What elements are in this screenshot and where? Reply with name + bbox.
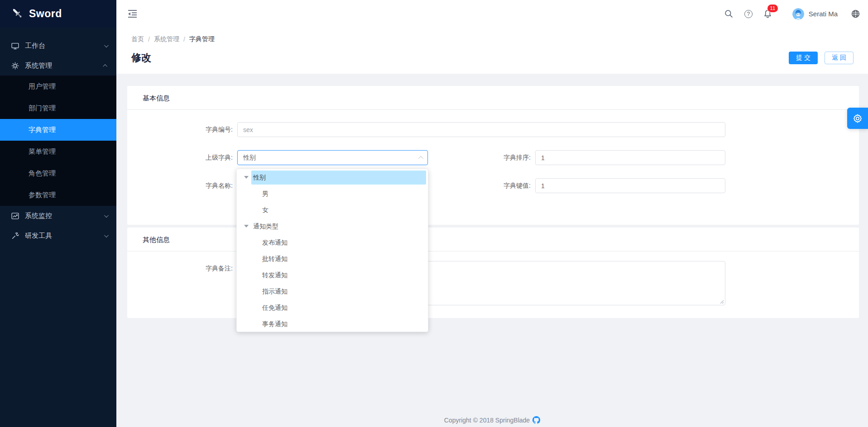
- tree-item-label: 批转通知: [260, 252, 426, 266]
- chevron-down-icon: [104, 233, 109, 237]
- sidebar-item-user-mgmt[interactable]: 用户管理: [0, 76, 116, 97]
- breadcrumb: 首页 / 系统管理 / 字典管理: [131, 35, 854, 44]
- sidebar-item-menu-mgmt[interactable]: 菜单管理: [0, 141, 116, 162]
- tree-item-approve-notice[interactable]: 批转通知: [237, 251, 428, 267]
- breadcrumb-home[interactable]: 首页: [131, 35, 144, 43]
- sidebar-item-role-mgmt[interactable]: 角色管理: [0, 162, 116, 184]
- page-header: 首页 / 系统管理 / 字典管理 修改 提 交 返 回: [116, 28, 868, 74]
- tree-item-label: 任免通知: [260, 301, 426, 315]
- breadcrumb-separator: /: [183, 36, 185, 43]
- tree-item-label: 发布通知: [260, 236, 426, 250]
- tree-item-label: 男: [260, 187, 426, 201]
- parent-dict-label: 上级字典:: [127, 154, 237, 162]
- resize-grip-icon[interactable]: [719, 299, 724, 304]
- title-row: 修改 提 交 返 回: [131, 52, 854, 64]
- chevron-up-icon: [418, 156, 423, 161]
- page-title: 修改: [131, 51, 151, 65]
- breadcrumb-separator: /: [148, 36, 150, 43]
- wrench-icon: [11, 232, 19, 240]
- dict-remark-label: 字典备注:: [127, 261, 237, 273]
- system-submenu: 用户管理 部门管理 字典管理 菜单管理 角色管理 参数管理: [0, 76, 116, 206]
- tree-item-label: 通知类型: [251, 219, 426, 233]
- parent-dict-select[interactable]: 性别: [237, 150, 428, 165]
- notification-bell-icon[interactable]: 11: [763, 9, 772, 19]
- form-row: 上级字典: 性别 字典排序:: [127, 150, 859, 165]
- topbar: ? 11: [116, 0, 868, 28]
- topbar-right: ? 11: [724, 8, 860, 20]
- parent-dict-dropdown: 性别 男 女 通知类型 发布通知 批转通知 转发通知 指示通知 任免通知 事务通…: [236, 169, 428, 332]
- sidebar-item-param-mgmt[interactable]: 参数管理: [0, 184, 116, 206]
- sidebar-item-system-monitor[interactable]: 系统监控: [0, 206, 116, 226]
- page-actions: 提 交 返 回: [789, 52, 854, 64]
- dict-key-item: 字典键值:: [428, 178, 725, 193]
- sidebar-item-system-mgmt[interactable]: 系统管理: [0, 56, 116, 76]
- breadcrumb-dict-mgmt: 字典管理: [189, 35, 215, 43]
- sidebar-item-dev-tools[interactable]: 研发工具: [0, 226, 116, 246]
- sidebar-item-dept-mgmt[interactable]: 部门管理: [0, 97, 116, 119]
- sidebar-item-dict-mgmt[interactable]: 字典管理: [0, 119, 116, 141]
- sidebar-item-label: 系统管理: [25, 62, 52, 70]
- sword-icon: [11, 7, 24, 21]
- caret-down-icon[interactable]: [244, 225, 251, 228]
- sidebar-item-label: 研发工具: [25, 232, 52, 240]
- theme-settings-button[interactable]: [847, 108, 868, 129]
- card-title: 基本信息: [127, 86, 859, 110]
- sidebar-item-label: 工作台: [25, 42, 45, 50]
- help-icon[interactable]: ?: [744, 10, 753, 18]
- parent-dict-item: 上级字典: 性别: [127, 150, 428, 165]
- breadcrumb-system-mgmt[interactable]: 系统管理: [154, 35, 179, 43]
- main-area: ? 11: [116, 0, 868, 427]
- sidebar-item-workbench[interactable]: 工作台: [0, 36, 116, 56]
- app-root: Sword 工作台 系统管理 用户管理 部门管理: [0, 0, 868, 427]
- content: 基本信息 字典编号: 上级字典: 性别: [116, 74, 868, 427]
- chevron-down-icon: [104, 213, 109, 218]
- menu-fold-icon[interactable]: [128, 9, 137, 18]
- tree-item-forward-notice[interactable]: 转发通知: [237, 267, 428, 283]
- chevron-up-icon: [103, 64, 107, 68]
- tree-item-label: 性别: [251, 171, 426, 185]
- tree-item-sex[interactable]: 性别: [237, 169, 428, 185]
- dict-sort-label: 字典排序:: [428, 154, 535, 162]
- github-icon[interactable]: [532, 416, 540, 424]
- form-row: 字典编号:: [127, 122, 859, 137]
- search-icon[interactable]: [724, 9, 733, 18]
- tree-item-affair-notice[interactable]: 事务通知: [237, 316, 428, 332]
- footer: Copyright © 2018 SpringBlade: [116, 416, 868, 424]
- tree-item-notice-type[interactable]: 通知类型: [237, 218, 428, 234]
- dict-code-label: 字典编号:: [127, 126, 237, 134]
- tree-item-label: 转发通知: [260, 268, 426, 282]
- tree-item-male[interactable]: 男: [237, 185, 428, 202]
- sidebar-menu: 工作台 系统管理 用户管理 部门管理 字典管理 菜单管理 角色管理 参数管理: [0, 28, 116, 246]
- submit-button[interactable]: 提 交: [789, 52, 818, 64]
- dict-sort-item: 字典排序:: [428, 150, 725, 165]
- tree-item-label: 女: [260, 203, 426, 217]
- chart-icon: [11, 212, 19, 220]
- chevron-down-icon: [104, 43, 109, 47]
- dict-code-input[interactable]: [237, 122, 725, 137]
- dict-name-label: 字典名称:: [127, 182, 237, 190]
- user-name[interactable]: Serati Ma: [809, 10, 838, 18]
- monitor-icon: [11, 42, 19, 50]
- sidebar: Sword 工作台 系统管理 用户管理 部门管理: [0, 0, 116, 427]
- dict-code-item: 字典编号:: [127, 122, 725, 137]
- avatar[interactable]: [792, 8, 804, 20]
- caret-down-icon[interactable]: [244, 176, 251, 179]
- tree-item-instruct-notice[interactable]: 指示通知: [237, 283, 428, 299]
- gear-icon: [11, 62, 19, 70]
- brand-logo[interactable]: Sword: [0, 0, 116, 28]
- brand-name: Sword: [29, 8, 62, 20]
- tree-item-label: 事务通知: [260, 317, 426, 331]
- copyright-text: Copyright © 2018 SpringBlade: [444, 417, 530, 424]
- dict-sort-input[interactable]: [535, 150, 725, 165]
- back-button[interactable]: 返 回: [825, 52, 854, 64]
- tree-item-female[interactable]: 女: [237, 202, 428, 218]
- parent-dict-select-value: 性别: [243, 154, 256, 162]
- notification-badge: 11: [767, 5, 778, 12]
- tree-item-label: 指示通知: [260, 285, 426, 299]
- tree-item-appoint-notice[interactable]: 任免通知: [237, 299, 428, 316]
- dict-key-input[interactable]: [535, 178, 725, 193]
- tree-item-publish-notice[interactable]: 发布通知: [237, 234, 428, 251]
- sidebar-item-label: 系统监控: [25, 212, 52, 220]
- gear-icon: [852, 113, 863, 124]
- language-globe-icon[interactable]: [851, 9, 860, 18]
